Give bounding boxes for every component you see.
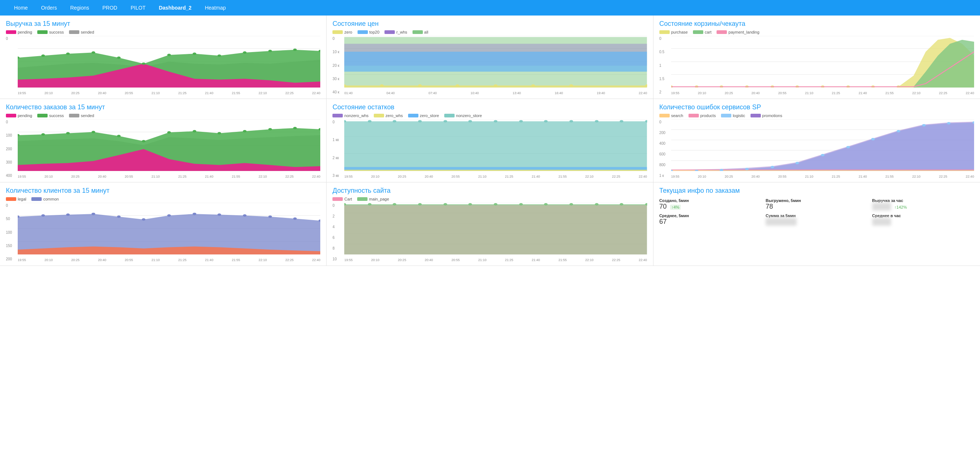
svg-point-131 bbox=[142, 218, 145, 220]
svg-point-71 bbox=[217, 132, 221, 134]
info-avg-value: 67 bbox=[659, 218, 761, 226]
legend-cart-site: Cart bbox=[332, 197, 352, 201]
svg-point-36 bbox=[570, 84, 573, 86]
x-labels-site: 19:55 20:10 20:25 20:40 20:55 21:10 21:2… bbox=[344, 258, 647, 262]
svg-point-117 bbox=[947, 122, 950, 124]
dashboard-grid: Выручка за 15 минут pending success send… bbox=[0, 16, 980, 266]
legend-color-cart bbox=[693, 30, 703, 34]
svg-point-9 bbox=[41, 55, 45, 57]
panel-price-state: Состояние цен zero top20 r_whs all 40 к bbox=[326, 16, 653, 99]
y-labels-orders: 400 300 200 100 0 bbox=[6, 119, 18, 179]
svg-point-92 bbox=[570, 120, 573, 122]
legend-color-zero-whs bbox=[374, 114, 384, 117]
svg-orders bbox=[18, 119, 320, 171]
legend-zero-whs: zero_whs bbox=[374, 113, 403, 118]
x-labels-sp: 19:55 20:10 20:25 20:40 20:55 21:10 21:2… bbox=[671, 175, 974, 179]
panel-clients-title: Количество клиентов за 15 минут bbox=[6, 187, 320, 195]
svg-point-72 bbox=[243, 130, 247, 132]
panel-site-title: Доступность сайта bbox=[332, 187, 647, 195]
svg-sp bbox=[671, 119, 974, 171]
panel-clients15: Количество клиентов за 15 минут legal co… bbox=[0, 182, 326, 266]
legend-color-logistic bbox=[721, 114, 731, 117]
legend-stock: nonzero_whs zero_whs zero_store nonzero_… bbox=[332, 113, 647, 118]
legend-color-products bbox=[689, 114, 699, 117]
chart-clients: 200 150 100 50 0 bbox=[6, 203, 320, 262]
legend-orders-sended: sended bbox=[69, 113, 94, 118]
legend-color-rwhs bbox=[385, 30, 395, 34]
legend-nonzero-whs: nonzero_whs bbox=[332, 113, 368, 118]
legend-color-sended bbox=[69, 30, 80, 34]
legend-site: Cart main_page bbox=[332, 197, 647, 201]
panel-site-avail: Доступность сайта Cart main_page 10 8 6 … bbox=[326, 182, 653, 266]
legend-payment: payment_landing bbox=[717, 30, 759, 34]
chart-orders15: 400 300 200 100 0 bbox=[6, 119, 320, 179]
svg-point-74 bbox=[293, 127, 297, 129]
info-avg-hour-value: XXX К bbox=[872, 218, 891, 226]
legend-top20: top20 bbox=[358, 30, 380, 34]
svg-point-151 bbox=[444, 203, 447, 205]
svg-point-134 bbox=[217, 214, 221, 216]
svg-point-132 bbox=[167, 214, 171, 216]
svg-point-66 bbox=[92, 131, 95, 133]
svg-point-94 bbox=[620, 120, 624, 122]
panel-cart-title: Состояние корзины/чекаута bbox=[659, 20, 974, 28]
svg-point-116 bbox=[922, 124, 926, 126]
svg-marker-103 bbox=[671, 121, 974, 171]
chart-inner-revenue15 bbox=[18, 36, 320, 88]
info-item-uploaded-label: Выгружено, 5мин 78 bbox=[765, 198, 867, 211]
legend-color-zero-store bbox=[408, 114, 418, 117]
panel-orders15: Количество заказов за 15 минут pending s… bbox=[0, 99, 326, 182]
legend-color-legal bbox=[6, 197, 16, 201]
svg-point-70 bbox=[192, 130, 196, 132]
nav-heatmap[interactable]: Heatmap bbox=[198, 0, 232, 16]
legend-legal: legal bbox=[6, 197, 26, 201]
info-sum-value: XXXXXXX bbox=[765, 218, 797, 226]
svg-marker-105 bbox=[671, 169, 974, 170]
legend-cart: purchase cart payment_landing bbox=[659, 30, 974, 34]
svg-marker-80 bbox=[344, 121, 647, 171]
svg-point-127 bbox=[41, 214, 45, 216]
panel-revenue15: Выручка за 15 минут pending success send… bbox=[0, 16, 326, 99]
chart-inner-stock bbox=[344, 119, 647, 171]
svg-point-91 bbox=[544, 120, 548, 122]
legend-clients: legal common bbox=[6, 197, 320, 201]
svg-point-11 bbox=[92, 51, 95, 54]
legend-orders: pending success sended bbox=[6, 113, 320, 118]
legend-sp: search products logistic promotions bbox=[659, 113, 974, 118]
main-nav: Home Orders Regions PROD PILOT Dashboard… bbox=[0, 0, 980, 16]
nav-regions[interactable]: Regions bbox=[64, 0, 95, 16]
x-labels-revenue15: 19:55 20:10 20:25 20:40 20:55 21:10 21:2… bbox=[18, 91, 320, 95]
panel-sp-title: Количество ошибок сервисов SP bbox=[659, 104, 974, 111]
svg-point-87 bbox=[444, 120, 447, 122]
legend-color-orders-success bbox=[37, 114, 48, 117]
x-labels-clients: 19:55 20:10 20:25 20:40 20:55 21:10 21:2… bbox=[18, 258, 320, 262]
svg-marker-104 bbox=[671, 170, 974, 171]
nav-orders[interactable]: Orders bbox=[34, 0, 64, 16]
svg-point-112 bbox=[821, 154, 824, 156]
svg-point-65 bbox=[66, 132, 70, 134]
nav-home[interactable]: Home bbox=[7, 0, 34, 16]
info-item-created-label: Создано, 5мин 70 ↑4% bbox=[659, 198, 761, 211]
panel-stock-title: Состояние остатков bbox=[332, 104, 647, 111]
legend-label-success: success bbox=[49, 30, 64, 34]
x-labels-cart: 19:55 20:10 20:25 20:40 20:55 21:10 21:2… bbox=[671, 91, 974, 95]
svg-point-69 bbox=[167, 131, 171, 133]
legend-color-main-page bbox=[357, 197, 368, 201]
svg-point-90 bbox=[519, 120, 523, 122]
svg-marker-28 bbox=[344, 52, 647, 72]
svg-point-150 bbox=[418, 203, 422, 205]
svg-site bbox=[344, 203, 647, 254]
info-item-revenue-label: Выручка за час XXX К ↑142% bbox=[872, 198, 974, 211]
svg-point-157 bbox=[595, 203, 599, 205]
info-revenue-value: XXX К bbox=[872, 203, 891, 211]
panel-current-info: Текущая инфо по заказам Создано, 5мин 70… bbox=[654, 182, 980, 266]
x-labels-orders: 19:55 20:10 20:25 20:40 20:55 21:10 21:2… bbox=[18, 175, 320, 179]
nav-dashboard2[interactable]: Dashboard_2 bbox=[152, 0, 198, 16]
svg-point-153 bbox=[494, 203, 498, 205]
info-panel-title: Текущая инфо по заказам bbox=[659, 187, 974, 195]
info-item-avg-label: Среднее, 5мин 67 bbox=[659, 214, 761, 226]
svg-point-110 bbox=[770, 166, 774, 168]
svg-price bbox=[344, 36, 647, 88]
nav-pilot[interactable]: PILOT bbox=[124, 0, 152, 16]
nav-prod[interactable]: PROD bbox=[96, 0, 124, 16]
